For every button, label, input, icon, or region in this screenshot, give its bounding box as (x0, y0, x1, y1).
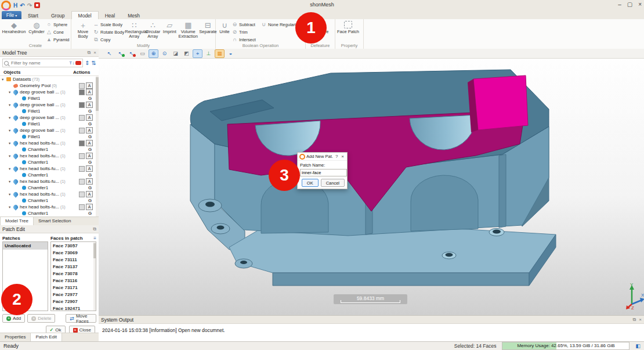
visibility-toggle[interactable] (79, 140, 85, 146)
tree-item[interactable]: Chamfer1 G (0, 146, 99, 153)
delete-patch-button[interactable]: ×Delete (27, 314, 55, 323)
volume-extraction-button[interactable]: ▦Volume Extraction (178, 20, 198, 40)
dialog-title-bar[interactable]: Add New Pat... ? × (298, 153, 347, 161)
tree-action-button[interactable]: G (87, 147, 93, 152)
tree-item[interactable]: ▾ deep groove ball ... (1) A (0, 114, 99, 121)
selected-pocket-face[interactable] (473, 75, 528, 130)
filter-input[interactable] (10, 60, 68, 66)
patch-name-input[interactable] (300, 169, 347, 176)
face-list-item[interactable]: Face 73137 (51, 263, 96, 270)
dialog-help-button[interactable]: ? (334, 154, 339, 159)
tree-action-button[interactable]: G (87, 109, 93, 114)
tree-action-button[interactable]: A (86, 82, 93, 89)
tab-mesh[interactable]: Mesh (121, 12, 146, 19)
face-list-item[interactable]: Face 73111 (51, 256, 96, 263)
tree-caret-icon[interactable]: ▾ (2, 77, 6, 82)
tree-item[interactable]: Fillet1 G (0, 108, 99, 114)
tree-item[interactable]: Fillet1 G (0, 95, 99, 102)
tab-model-tree[interactable]: Model Tree (0, 217, 34, 225)
tree-action-button[interactable]: G (87, 198, 93, 203)
unite-button[interactable]: ∪Unite (217, 20, 232, 35)
file-menu-button[interactable]: File▾ (2, 11, 21, 19)
zoom-dynamic-icon[interactable]: ⊙ (160, 49, 169, 58)
minimize-button[interactable]: – (618, 1, 621, 8)
model-bolt-hole[interactable] (493, 230, 501, 234)
visibility-toggle[interactable] (79, 192, 85, 197)
model-arch-right[interactable] (411, 175, 478, 231)
subtract-button[interactable]: ⊖Subtract (232, 21, 255, 28)
tree-action-button[interactable]: A (86, 191, 93, 197)
select-cursor-icon[interactable]: ↖ (104, 49, 114, 58)
visibility-toggle[interactable] (79, 83, 85, 89)
close-panel-icon[interactable]: × (93, 50, 96, 55)
tree-action-button[interactable]: A (86, 102, 93, 108)
collapse-all-icon[interactable]: ⇅ (92, 60, 96, 66)
tree-item[interactable]: ▾ hex head bolts-fu... (1) A (0, 153, 99, 159)
tab-heal[interactable]: Heal (99, 12, 121, 19)
tab-group[interactable]: Group (45, 12, 71, 19)
faces-scrollbar[interactable] (93, 242, 96, 311)
tree-item[interactable]: ▾ hex head bolts-fu... (1) A (0, 204, 99, 210)
pyramid-button[interactable]: ▲Pyramid (46, 36, 70, 43)
model-boss-hole[interactable] (217, 226, 225, 230)
filter-type-icon[interactable]: T↓ (69, 60, 74, 66)
face-list-item[interactable]: Face 72907 (51, 298, 96, 305)
tab-patch-edit[interactable]: Patch Edit (30, 333, 61, 341)
face-list-item[interactable]: Face 73171 (51, 284, 96, 291)
tree-action-button[interactable]: A (86, 165, 93, 172)
tree-item[interactable]: ▾ deep groove ball ... (1) A (0, 102, 99, 108)
close-panel-icon[interactable]: × (639, 317, 642, 322)
tree-action-button[interactable]: G (87, 134, 93, 139)
box-select-icon[interactable]: ▭ (138, 49, 147, 58)
tree-item[interactable]: ▾ deep groove ball ... (1) A (0, 89, 99, 95)
expand-all-icon[interactable]: ⇕ (85, 60, 89, 66)
tree-action-button[interactable]: G (87, 185, 93, 190)
tree-item[interactable]: ▾ Datasets (73) (0, 76, 99, 82)
tree-item[interactable]: Geometry Pool (0) A (0, 82, 99, 89)
separate-button[interactable]: ⊟Separate (198, 20, 217, 35)
panel-toggle-icon[interactable]: ◧ (635, 343, 641, 349)
tree-action-button[interactable]: G (87, 172, 93, 178)
model-base-front[interactable] (273, 273, 529, 286)
tree-item[interactable]: ▾ hex head bolts-fu... (1) A (0, 191, 99, 197)
visibility-toggle[interactable] (79, 89, 85, 95)
float-panel-icon[interactable]: ⧉ (633, 317, 636, 323)
tree-item[interactable]: ▾ hex head bolts-fu... (1) A (0, 140, 99, 146)
rectangular-array-button[interactable]: ∷Rectangular Array (124, 20, 144, 40)
tab-smart-selection[interactable]: Smart Selection (34, 217, 75, 225)
tree-action-button[interactable]: G (87, 96, 93, 101)
select-remove-icon[interactable]: ↖ (126, 49, 136, 58)
tree-action-button[interactable]: A (86, 178, 93, 185)
dialog-cancel-button[interactable]: Cancel (321, 179, 345, 187)
face-list-item[interactable]: Face 73057 (51, 242, 96, 249)
tree-item[interactable]: Fillet1 G (0, 121, 99, 127)
face-list-item[interactable]: Face 192471 (51, 305, 96, 311)
faces-scrollbar-thumb[interactable] (93, 243, 96, 258)
zoom-window-icon[interactable]: ⊕ (149, 49, 158, 58)
faces-list[interactable]: Face 73057 Face 73069 Face 73111 Face 73… (50, 241, 96, 311)
tree-action-button[interactable]: A (86, 140, 93, 146)
circular-array-button[interactable]: ∴Circular Array (144, 20, 161, 40)
tree-action-button[interactable]: G (87, 121, 93, 127)
hexahedron-button[interactable]: ◆Hexahedron (1, 20, 27, 35)
face-list-item[interactable]: Face 73069 (51, 249, 96, 256)
select-add-icon[interactable]: ↖ (115, 49, 125, 58)
visibility-toggle[interactable] (79, 204, 85, 210)
float-panel-icon[interactable]: ⧉ (88, 50, 91, 56)
model-3d-view[interactable] (174, 56, 592, 300)
tree-item[interactable]: Chamfer1 G (0, 185, 99, 191)
visibility-toggle[interactable] (79, 102, 85, 108)
visibility-toggle[interactable] (79, 128, 85, 133)
tree-item[interactable]: Fillet1 G (0, 133, 99, 140)
tree-action-button[interactable]: A (86, 153, 93, 159)
model-rib[interactable] (499, 154, 506, 228)
tab-model[interactable]: Model (71, 11, 99, 19)
tree-action-button[interactable]: G (87, 160, 93, 165)
visibility-toggle[interactable] (79, 115, 85, 121)
close-button[interactable]: × (638, 1, 642, 8)
tree-item[interactable]: Chamfer1 G (0, 159, 99, 165)
visibility-toggle[interactable] (79, 166, 85, 172)
list-settings-icon[interactable]: ≡ (93, 236, 96, 241)
dialog-ok-button[interactable]: OK (302, 179, 319, 187)
tree-action-button[interactable]: G (87, 211, 93, 216)
